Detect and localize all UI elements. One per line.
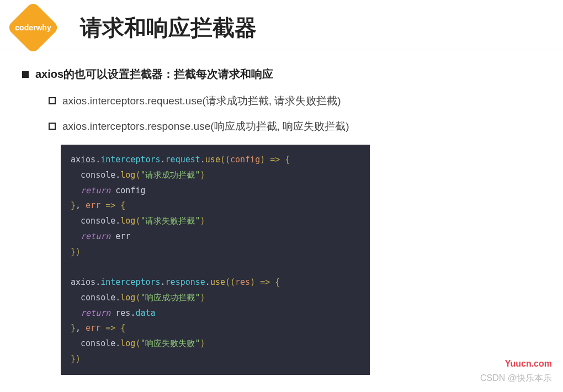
code-line: axios.interceptors.response.use((res) =>… [71, 275, 360, 290]
code-line: console.log("请求失败拦截") [71, 214, 360, 229]
code-token: response [166, 277, 205, 287]
code-token: console [81, 170, 115, 180]
badge-text: coderwhy [15, 23, 51, 32]
code-line: console.log("响应失败失败") [71, 336, 360, 352]
code-token: err [86, 323, 100, 333]
code-line: }) [71, 352, 360, 367]
code-token: log [120, 216, 135, 226]
code-line: }, err => { [71, 321, 360, 336]
code-token: log [120, 170, 135, 180]
code-line: console.log("请求成功拦截") [71, 168, 360, 183]
code-token: console [81, 338, 115, 348]
square-bullet-icon [22, 71, 29, 78]
hollow-square-icon [49, 97, 56, 104]
page-title: 请求和响应拦截器 [80, 13, 257, 43]
code-token: console [81, 293, 115, 303]
code-token: return [81, 186, 110, 195]
code-token: console [81, 216, 115, 226]
code-line: console.log("响应成功拦截") [71, 290, 360, 306]
code-token: interceptors [100, 155, 160, 165]
code-token: request [166, 155, 200, 165]
code-token: return [81, 308, 110, 318]
code-line: axios.interceptors.request.use((config) … [71, 152, 360, 168]
list-item: axios.interceptors.request.use(请求成功拦截, 请… [49, 94, 541, 108]
code-token: "响应失败失败" [140, 338, 200, 348]
code-line: }) [71, 245, 360, 260]
code-token: use [210, 277, 225, 287]
code-line: return res.data [71, 306, 360, 321]
code-line: }, err => { [71, 198, 360, 214]
code-token: log [120, 338, 135, 348]
code-token: return [81, 231, 110, 241]
code-token: use [205, 155, 220, 165]
content-area: axios的也可以设置拦截器：拦截每次请求和响应 axios.intercept… [0, 50, 563, 375]
code-token: "响应成功拦截" [140, 293, 200, 303]
code-line [71, 259, 360, 275]
code-token: "请求成功拦截" [140, 170, 200, 180]
sub-bullet-list: axios.interceptors.request.use(请求成功拦截, 请… [22, 94, 541, 134]
sub-bullet-text: axios.interceptors.response.use(响应成功拦截, … [62, 119, 349, 134]
code-token: axios [71, 277, 95, 287]
code-line: return err [71, 229, 360, 245]
list-item: axios.interceptors.response.use(响应成功拦截, … [49, 119, 541, 134]
brand-badge: coderwhy [6, 11, 61, 44]
code-token: res [235, 277, 250, 287]
code-token: interceptors [100, 277, 160, 287]
code-token: err [115, 231, 130, 241]
code-line: return config [71, 183, 360, 199]
main-bullet: axios的也可以设置拦截器：拦截每次请求和响应 [22, 67, 541, 82]
code-token: data [135, 308, 155, 318]
code-token: axios [71, 155, 95, 165]
main-bullet-text: axios的也可以设置拦截器：拦截每次请求和响应 [35, 67, 273, 82]
code-token: config [115, 186, 145, 195]
code-token: res [115, 308, 130, 318]
sub-bullet-text: axios.interceptors.request.use(请求成功拦截, 请… [62, 94, 341, 108]
code-token: "请求失败拦截" [140, 216, 200, 226]
code-token: log [120, 293, 135, 303]
hollow-square-icon [49, 123, 56, 130]
code-token: err [86, 200, 100, 210]
header: coderwhy 请求和响应拦截器 [0, 0, 563, 50]
code-block: axios.interceptors.request.use((config) … [61, 145, 370, 375]
watermark-url: Yuucn.com [505, 359, 552, 369]
watermark-csdn: CSDN @快乐本乐 [480, 373, 552, 384]
code-token: config [230, 155, 260, 165]
